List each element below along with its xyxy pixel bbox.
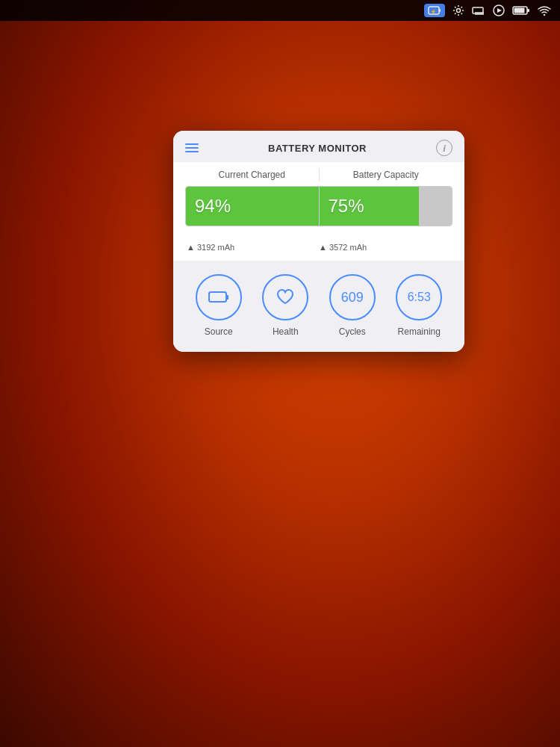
svg-rect-1 xyxy=(439,9,441,12)
settings-menubar-icon[interactable] xyxy=(452,4,464,16)
battery-capacity-value: 75% xyxy=(329,196,364,217)
source-battery-icon xyxy=(208,291,229,303)
battery-capacity-bar: 75% xyxy=(320,187,452,226)
cycles-label: Cycles xyxy=(339,326,366,337)
remaining-value: 6:53 xyxy=(408,291,431,304)
health-label: Health xyxy=(273,326,299,337)
menubar: ⚡ xyxy=(0,0,560,21)
capacity-mah-arrow: ▲ xyxy=(319,243,329,252)
hamburger-line-1 xyxy=(185,143,199,145)
remaining-button[interactable]: 6:53 Remaining xyxy=(396,274,442,337)
battery-capacity-label: Battery Capacity xyxy=(320,168,453,182)
battery-menubar-icon[interactable] xyxy=(512,6,530,15)
sleep-menubar-icon[interactable] xyxy=(472,6,485,15)
svg-rect-10 xyxy=(527,9,529,12)
health-heart-icon xyxy=(276,289,294,306)
hamburger-line-2 xyxy=(185,147,199,149)
desktop-background xyxy=(0,0,560,747)
current-charged-bar: 94% xyxy=(186,187,320,226)
source-button[interactable]: Source xyxy=(196,274,242,337)
current-charged-value: 94% xyxy=(195,196,231,217)
cycles-button[interactable]: 609 Cycles xyxy=(329,274,376,337)
current-charged-label: Current Charged xyxy=(185,168,320,182)
battery-section: Current Charged Battery Capacity 94% 75%… xyxy=(173,162,464,261)
svg-rect-14 xyxy=(226,295,228,300)
battery-labels-row: Current Charged Battery Capacity xyxy=(185,168,452,182)
battery-bars-container: 94% 75% xyxy=(185,186,452,226)
hamburger-line-3 xyxy=(185,151,199,152)
hamburger-menu-button[interactable] xyxy=(185,143,199,152)
popup-header: BATTERY MONITOR i xyxy=(173,131,464,162)
cycles-value: 609 xyxy=(341,290,364,306)
source-icon-circle xyxy=(196,274,242,320)
health-icon-circle xyxy=(262,274,308,320)
play-menubar-icon[interactable] xyxy=(493,4,505,16)
remaining-icon-circle: 6:53 xyxy=(396,274,442,320)
svg-text:⚡: ⚡ xyxy=(430,8,437,15)
icons-section: Source Health 609 Cycles 6:53 Remaining xyxy=(173,261,464,352)
battery-monitor-popup: BATTERY MONITOR i Current Charged Batter… xyxy=(173,131,464,352)
current-mah-value: 3192 mAh xyxy=(197,243,234,252)
popup-title: BATTERY MONITOR xyxy=(268,143,367,154)
svg-rect-11 xyxy=(514,8,525,13)
svg-rect-13 xyxy=(209,292,226,302)
svg-marker-8 xyxy=(497,8,502,13)
current-mah-info: ▲ 3192 mAh xyxy=(187,243,319,252)
capacity-mah-value: 3572 mAh xyxy=(329,243,367,252)
battery-monitor-menubar-icon[interactable]: ⚡ xyxy=(424,4,445,17)
source-label: Source xyxy=(205,326,233,337)
health-button[interactable]: Health xyxy=(262,274,308,337)
mah-info-row: ▲ 3192 mAh ▲ 3572 mAh xyxy=(185,243,452,252)
svg-point-3 xyxy=(457,9,461,13)
capacity-mah-info: ▲ 3572 mAh xyxy=(319,243,451,252)
svg-point-12 xyxy=(544,14,545,16)
current-mah-arrow: ▲ xyxy=(187,243,197,252)
cycles-icon-circle: 609 xyxy=(329,274,376,320)
wifi-menubar-icon[interactable] xyxy=(538,5,551,16)
info-button[interactable]: i xyxy=(436,140,452,156)
remaining-label: Remaining xyxy=(398,326,441,337)
